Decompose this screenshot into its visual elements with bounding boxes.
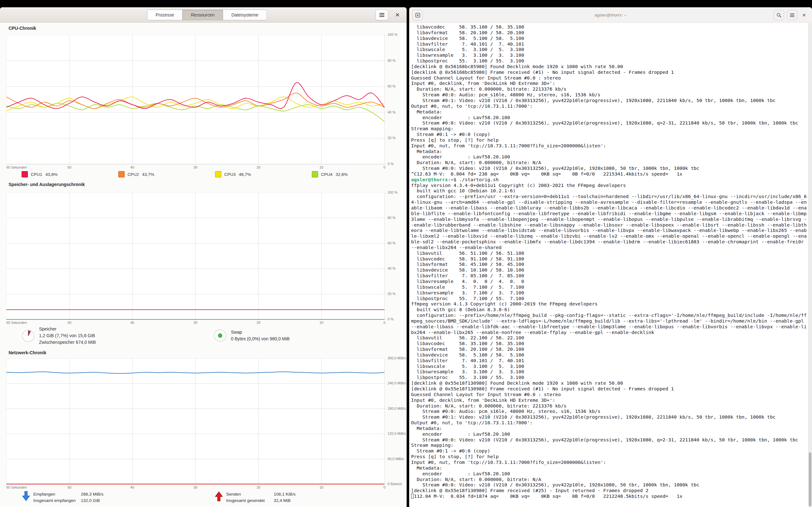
terminal-line: Metadata: xyxy=(411,109,808,115)
swap-usage: 0 Bytes (0,0%) von 980,0 MiB xyxy=(231,336,290,342)
y-tick-label: 240,0 MiB/s xyxy=(388,381,406,385)
terminal-line: built with gcc 10 (Debian 10.2.1-6) xyxy=(411,188,808,193)
terminal-line: libavformat 58. 20.100 / 58. 20.100 xyxy=(411,346,808,352)
terminal-line: libavcodec 58. 35.100 / 58. 35.100 xyxy=(411,24,808,30)
x-tick-label: 50 xyxy=(67,165,71,169)
terminal-line: le-libxml2 --enable-libxvid --enable-lib… xyxy=(411,233,808,239)
cpu-legend-item-cpu1[interactable]: CPU1 43,8% xyxy=(21,171,57,177)
y-tick-label: 180,0 MiB/s xyxy=(388,406,406,410)
terminal-line: [decklink @ 0x56168bc85980] Found Deckli… xyxy=(411,64,808,69)
cpu-name: CPU4 xyxy=(321,172,333,177)
terminal-line: Input #0, nut, from 'tcp://10.73.1.11:70… xyxy=(411,459,808,465)
x-tick-label: 30 xyxy=(194,321,197,325)
terminal-search-button[interactable] xyxy=(774,10,784,20)
tab-prozesse[interactable]: Prozesse xyxy=(147,9,183,20)
tab-dateisysteme[interactable]: Dateisysteme xyxy=(223,9,267,20)
x-tick-label: 30 xyxy=(194,486,197,489)
cpu-legend-item-cpu2[interactable]: CPU2 43,7% xyxy=(118,171,154,177)
terminal-line: ble-sdl2 --enable-pocketsphinx --enable-… xyxy=(411,239,808,245)
terminal-line: Press [q] to stop, [?] for help xyxy=(411,137,808,143)
terminal-line: Metadata: xyxy=(411,465,808,471)
terminal-menu-button[interactable] xyxy=(787,10,798,20)
terminal-line: Stream #0:0: Audio: pcm_s16le, 48000 Hz,… xyxy=(411,92,808,98)
y-tick-label: 100 % xyxy=(388,190,397,194)
terminal-line: Duration: N/A, start: 0.000000, bitrate:… xyxy=(411,476,808,482)
x-tick-label: 40 xyxy=(131,486,134,489)
terminal-line: libavfilter 7. 85.100 / 7. 85.100 xyxy=(411,273,808,279)
prompt-command: $ ./startorig.sh xyxy=(454,177,499,182)
x-tick-label: 50 xyxy=(67,321,71,325)
monitor-menu-button[interactable] xyxy=(375,9,388,20)
x-tick-label: 30 xyxy=(194,165,197,169)
send-total-label: Insgesamt gesendet xyxy=(226,498,274,504)
y-tick-label: 20 % xyxy=(388,136,396,140)
terminal-line: Stream #0:0: Audio: pcm_s16le, 48000 Hz,… xyxy=(411,408,808,414)
scrollbar-thumb[interactable] xyxy=(809,452,811,506)
new-tab-button[interactable] xyxy=(412,10,423,20)
network-section-title: Netzwerk-Chronik xyxy=(9,350,46,355)
terminal-line: configuration: --prefix=/usr --extra-ver… xyxy=(411,193,808,199)
y-tick-label: 20 % xyxy=(388,292,396,296)
send-total: 32,4 MiB xyxy=(274,498,291,504)
terminal-line: [decklink @ 0x56168bc85980] Frame receiv… xyxy=(411,69,808,75)
terminal-line: [decklink @ 0x55e18f130980] Found Deckli… xyxy=(411,380,808,386)
x-tick-label: 10 xyxy=(319,321,323,325)
terminal-scrollbar[interactable] xyxy=(808,23,812,507)
terminal-line: libpostproc 55. 3.100 / 55. 3.100 xyxy=(411,58,808,64)
y-tick-label: 120,0 MiB/s xyxy=(388,432,406,435)
new-tab-icon xyxy=(415,13,420,18)
terminal-line: encoder : Lavf58.20.100 xyxy=(411,115,808,120)
terminal-line: Stream #0:0: Video: v210 (V210 / 0x30313… xyxy=(411,165,808,171)
terminal-line: Input #0, decklink, from 'DeckLink HD Ex… xyxy=(411,397,808,403)
terminal-window: agsler@thorrx: ~ ✕ libavcodec 58. 35.1 xyxy=(409,7,812,507)
terminal-line: encoder : Lavf58.20.100 xyxy=(411,471,808,476)
terminal-line: libavdevice 58. 10.100 / 58. 10.100 xyxy=(411,267,808,273)
x-tick-label: 40 xyxy=(131,165,134,169)
terminal-line: Stream #0:1: Video: v210 (V210 / 0x30313… xyxy=(411,414,808,420)
x-tick-label: 60 Sekunden xyxy=(6,486,27,489)
network-chart-svg xyxy=(6,358,386,485)
memory-history-chart xyxy=(6,193,385,320)
x-tick-label: 20 xyxy=(257,165,260,169)
tab-ressourcen[interactable]: Ressourcen xyxy=(183,9,223,20)
cpu-legend-item-cpu3[interactable]: CPU3 46,7% xyxy=(215,171,251,177)
terminal-line: [decklink @ 0x55e18f130980] Frame receiv… xyxy=(411,386,808,392)
y-tick-label: 0 Bytes/s xyxy=(388,482,402,486)
terminal-line: Stream #0:0: Video: v210 (V210 / 0x30313… xyxy=(411,482,808,488)
hamburger-icon xyxy=(379,13,385,17)
terminal-line: able-libaom --enable-libass --enable-lib… xyxy=(411,205,808,211)
monitor-tab-group: ProzesseRessourcenDateisysteme xyxy=(147,9,267,20)
download-arrow-icon xyxy=(22,491,30,501)
terminal-line: Stream #0:1 -> #0:0 (copy) xyxy=(411,131,808,137)
x-tick-label: 20 xyxy=(257,321,260,325)
terminal-line: libavcodec 58. 35.100 / 58. 35.100 xyxy=(411,341,808,346)
terminal-output[interactable]: libavcodec 58. 35.100 / 58. 35.100 libav… xyxy=(409,23,808,507)
terminal-line: libpostproc 55. 7.100 / 55. 7.100 xyxy=(411,296,808,301)
x-tick-label: 10 xyxy=(319,165,323,169)
memory-usage: 1,2 GiB (7,7%) von 15,6 GiB xyxy=(39,332,96,339)
cpu-percent: 32,6% xyxy=(336,172,348,177)
y-tick-label: 80 % xyxy=(388,216,396,220)
memory-section-title: Speicher- und Auslagerungschronik xyxy=(9,182,85,187)
terminal-line: configuration: --prefix=/home/nle/ffmpeg… xyxy=(411,313,808,318)
terminal-headerbar: agsler@thorrx: ~ ✕ xyxy=(409,7,812,22)
terminal-close-button[interactable]: ✕ xyxy=(800,11,808,19)
memory-chart-svg xyxy=(6,193,386,320)
cpu-legend-item-cpu4[interactable]: CPU4 32,6% xyxy=(312,171,348,177)
terminal-line: Stream #0:0: Video: v210 (V210 / 0x30313… xyxy=(411,437,808,443)
terminal-line: libswresample 3. 3.100 / 3. 3.100 xyxy=(411,52,808,58)
x-tick-label: 20 xyxy=(257,486,260,489)
memory-label: Speicher xyxy=(39,326,96,332)
swap-pie-gauge xyxy=(213,329,227,342)
memory-gauge-block: Speicher 1,2 GiB (7,7%) von 15,6 GiB Zwi… xyxy=(21,326,96,346)
terminal-line: --enable-libx264 --enable-shared xyxy=(411,245,808,250)
monitor-close-button[interactable]: ✕ xyxy=(393,11,402,19)
terminal-line: encoder : Lavf58.20.100 xyxy=(411,431,808,437)
send-label: Senden xyxy=(226,491,274,498)
cpu-percent: 43,7% xyxy=(142,172,154,177)
terminal-line: Output #0, nut, to 'tcp://10.73.1.11:700… xyxy=(411,103,808,109)
terminal-line: 3lame --enable-libmysofa --enable-libope… xyxy=(411,216,808,222)
terminal-line: libavcodec 58. 91.100 / 58. 91.100 xyxy=(411,256,808,262)
network-send-legend: Senden 108,1 KiB/s Insgesamt gesendet 32… xyxy=(226,491,296,504)
y-tick-label: 60 % xyxy=(388,241,396,245)
